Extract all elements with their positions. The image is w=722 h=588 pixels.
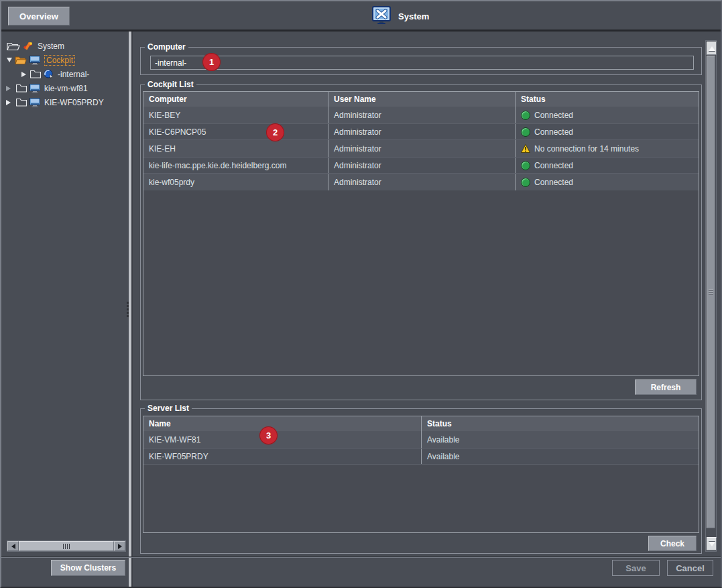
tree-horizontal-scrollbar[interactable] [7, 540, 126, 552]
application-window: Overview System [0, 0, 722, 588]
panel-splitter[interactable] [129, 32, 133, 588]
user-name-cell: Administrator [334, 111, 381, 120]
window-title-group: System [371, 5, 429, 27]
tree-item-system[interactable]: System [3, 39, 127, 53]
column-header-computer[interactable]: Computer [143, 92, 328, 107]
navigation-tree: System Cockpit [3, 39, 127, 109]
refresh-button[interactable]: Refresh [635, 379, 697, 395]
status-cell: Connected [534, 111, 573, 120]
tree-item-internal[interactable]: -internal- [3, 67, 127, 81]
tree-item-label: kie-vm-wf81 [44, 84, 88, 93]
tree-item-kie-vm-wf81[interactable]: kie-vm-wf81 [3, 81, 127, 95]
callout-badge-1: 1 [202, 53, 221, 71]
computer-group-legend: Computer [145, 42, 188, 52]
save-button[interactable]: Save [612, 560, 660, 576]
scroll-left-button[interactable] [7, 541, 19, 551]
name-cell: KIE-WF05PRDY [149, 452, 208, 461]
down-arrow-icon [709, 542, 715, 546]
left-arrow-icon [11, 544, 15, 549]
user-name-cell: Administrator [334, 178, 381, 187]
collapsed-arrow-icon[interactable] [6, 100, 11, 105]
cockpit-table-row[interactable]: KIE-BEY Administrator Connected [143, 107, 699, 123]
computer-icon [29, 84, 40, 93]
status-cell: Connected [534, 161, 573, 170]
open-folder-outline-icon [7, 42, 20, 51]
computer-icon [29, 56, 40, 65]
globe-icon [44, 69, 54, 79]
scroll-up-button[interactable] [707, 42, 717, 55]
collapsed-arrow-icon[interactable] [6, 86, 11, 91]
status-connected-icon [521, 161, 530, 170]
collapsed-arrow-icon[interactable] [21, 72, 26, 77]
cockpit-table-row[interactable]: kie-wf05prdy Administrator Connected [143, 174, 699, 190]
cockpit-table-row[interactable]: kie-life-mac.ppe.kie.de.heidelberg.com A… [143, 157, 699, 174]
vertical-scrollbar-thumb[interactable] [707, 56, 715, 528]
tree-item-label-selected: Cockpit [44, 55, 75, 66]
server-table-row[interactable]: KIE-VM-WF81 Available [143, 431, 699, 448]
user-name-cell: Administrator [334, 144, 381, 154]
page-title: System [398, 11, 429, 21]
cockpit-table-row[interactable]: KIE-EH Administrator No connection for 1… [143, 140, 699, 157]
computer-input[interactable] [150, 56, 694, 70]
status-cell: Available [427, 435, 459, 445]
closed-folder-icon [30, 70, 41, 78]
server-table: Name Status KIE-VM-WF81 Available KIE-WF… [143, 416, 699, 533]
status-warning-icon [521, 144, 530, 153]
server-list-legend: Server List [145, 404, 192, 413]
open-folder-icon [15, 56, 27, 65]
user-name-cell: Administrator [334, 161, 381, 170]
name-cell: KIE-VM-WF81 [149, 435, 200, 445]
tree-item-cockpit[interactable]: Cockpit [3, 53, 127, 67]
computer-cell: kie-life-mac.ppe.kie.de.heidelberg.com [149, 161, 286, 170]
content-vertical-scrollbar[interactable] [705, 40, 717, 552]
splitter-grip-icon [127, 302, 129, 317]
server-table-header[interactable]: Name Status [143, 416, 699, 431]
column-header-status[interactable]: Status [516, 92, 699, 107]
server-list-group: Server List Name Status KIE-VM-WF81 Avai… [140, 408, 702, 554]
server-table-row[interactable]: KIE-WF05PRDY Available [143, 448, 699, 465]
status-connected-icon [521, 127, 530, 137]
cancel-button[interactable]: Cancel [667, 560, 713, 576]
cockpit-table-header[interactable]: Computer User Name Status [143, 92, 699, 107]
up-arrow-icon [709, 46, 715, 51]
closed-folder-icon [16, 84, 27, 93]
column-header-name[interactable]: Name [143, 416, 422, 431]
scroll-down-button[interactable] [707, 537, 717, 550]
system-monitor-tools-icon [371, 5, 392, 27]
system-tools-icon [23, 41, 34, 51]
computer-cell: KIE-C6PNCP05 [149, 127, 206, 137]
user-name-cell: Administrator [334, 127, 381, 137]
horizontal-scrollbar-thumb[interactable] [19, 541, 114, 551]
computer-icon [29, 98, 40, 107]
cockpit-list-group: Cockpit List Computer User Name Status K… [140, 84, 702, 400]
cockpit-table: Computer User Name Status KIE-BEY Admini… [143, 91, 699, 376]
top-toolbar: Overview System [1, 1, 721, 32]
right-arrow-icon [118, 544, 122, 549]
computer-cell: KIE-EH [149, 144, 176, 154]
scroll-right-button[interactable] [114, 541, 125, 551]
column-header-user-name[interactable]: User Name [328, 92, 516, 107]
cockpit-table-row[interactable]: KIE-C6PNCP05 Administrator Connected [143, 123, 699, 140]
column-header-status[interactable]: Status [422, 416, 699, 431]
status-connected-icon [521, 111, 530, 120]
computer-cell: KIE-BEY [149, 111, 180, 120]
status-cell: Available [427, 452, 459, 461]
computer-cell: kie-wf05prdy [149, 178, 194, 187]
status-cell: No connection for 14 minutes [534, 144, 639, 154]
status-cell: Connected [534, 127, 573, 137]
closed-folder-icon [16, 98, 27, 107]
overview-button[interactable]: Overview [8, 7, 70, 25]
check-button[interactable]: Check [648, 536, 697, 551]
expanded-arrow-icon[interactable] [7, 58, 12, 62]
callout-badge-3: 3 [259, 426, 278, 445]
cockpit-list-legend: Cockpit List [145, 80, 196, 89]
computer-group: Computer [140, 47, 702, 75]
tree-item-label: System [38, 42, 64, 51]
footer-divider [1, 556, 721, 558]
tree-item-label: KIE-WF05PRDY [44, 98, 104, 107]
callout-badge-2: 2 [266, 123, 284, 141]
tree-item-label: -internal- [58, 70, 89, 79]
tree-item-kie-wf05prdy[interactable]: KIE-WF05PRDY [3, 95, 127, 109]
show-clusters-button[interactable]: Show Clusters [51, 560, 125, 576]
scrollbar-grip-icon [709, 290, 713, 294]
